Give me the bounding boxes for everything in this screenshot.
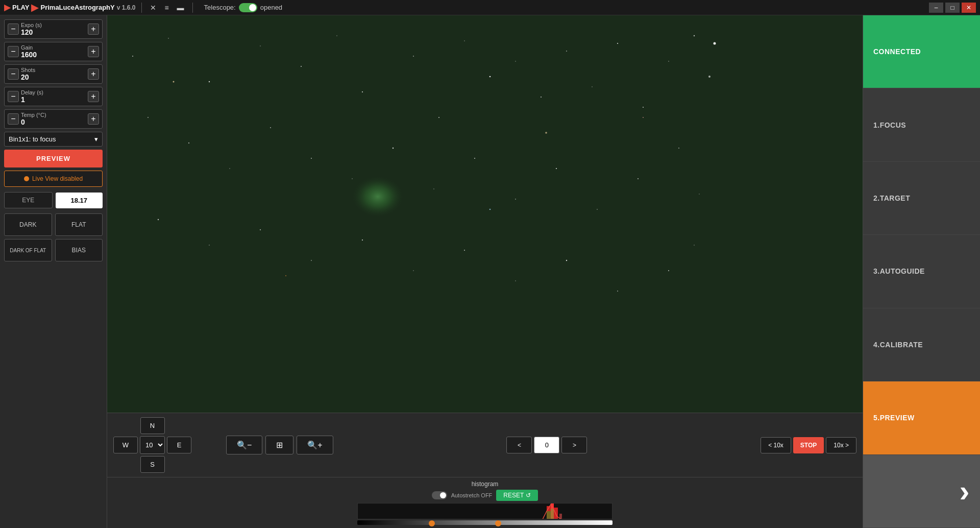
delay-value: 1 — [21, 95, 86, 104]
svg-point-39 — [311, 260, 312, 261]
save-icon[interactable]: ▬ — [175, 3, 186, 13]
preview-button[interactable]: PREVIEW — [4, 150, 103, 167]
nav-top: N — [140, 417, 165, 434]
delay-minus[interactable]: − — [8, 91, 19, 102]
live-view-label: Live View disabled — [32, 175, 83, 182]
dark-button[interactable]: DARK — [4, 213, 52, 236]
autostretch-toggle[interactable] — [432, 491, 447, 499]
separator-1 — [141, 3, 142, 13]
svg-point-34 — [678, 148, 679, 149]
zoom-out-button[interactable]: 🔍+ — [297, 436, 333, 454]
svg-point-48 — [352, 176, 403, 217]
reset-button[interactable]: RESET ↺ — [496, 490, 538, 501]
svg-point-3 — [209, 81, 210, 82]
temp-value: 0 — [21, 118, 86, 126]
temp-plus[interactable]: + — [88, 113, 99, 125]
titlebar: ▶ PLAY ▶ PrimaLuceAstrographY v 1.6.0 ✕ … — [0, 0, 980, 15]
calibrate-button[interactable]: 4.CALIBRATE — [863, 308, 980, 381]
prev-frame-button[interactable]: < — [506, 437, 532, 453]
controls-bar: N W 10 1 5 50 E S 🔍− ⊞ — [107, 413, 863, 477]
gain-plus[interactable]: + — [88, 46, 99, 57]
expo-value: 120 — [21, 28, 86, 36]
target-button[interactable]: 2.TARGET — [863, 162, 980, 235]
west-button[interactable]: W — [113, 437, 138, 453]
telescope-label: Telescope: — [204, 4, 236, 11]
svg-point-42 — [464, 250, 465, 251]
temp-minus[interactable]: − — [8, 113, 19, 125]
arrow-logo: ▶ — [31, 2, 38, 13]
zoom-in-button[interactable]: 🔍− — [226, 436, 262, 454]
svg-point-4 — [260, 45, 261, 46]
north-button[interactable]: N — [140, 417, 165, 434]
histogram-right-handle[interactable] — [495, 520, 501, 526]
sliders-icon[interactable]: ≡ — [162, 3, 170, 13]
shots-minus[interactable]: − — [8, 68, 19, 80]
east-button[interactable]: E — [167, 437, 191, 453]
temp-param: − Temp (°C) 0 + — [4, 109, 103, 129]
expo-label: Expo (s) — [21, 22, 86, 28]
nav-middle: W 10 1 5 50 E — [113, 436, 191, 454]
expo-minus[interactable]: − — [8, 23, 19, 35]
bias-button[interactable]: BIAS — [55, 239, 103, 261]
eye-label: EYE — [4, 192, 53, 208]
eye-row: EYE 18.17 — [4, 192, 103, 208]
svg-point-46 — [668, 270, 669, 271]
connected-button[interactable]: CONNECTED — [863, 15, 980, 88]
svg-point-23 — [229, 168, 230, 169]
live-dot — [24, 176, 29, 181]
zoom-fit-button[interactable]: ⊞ — [265, 436, 293, 454]
prev-10-button[interactable]: < 10x — [761, 437, 791, 453]
histogram-title: histogram — [472, 481, 499, 488]
star-field — [107, 15, 863, 413]
close-button[interactable]: ✕ — [962, 3, 976, 13]
svg-point-19 — [694, 35, 695, 36]
step-select[interactable]: 10 1 5 50 — [140, 436, 165, 454]
delay-plus[interactable]: + — [88, 91, 99, 102]
svg-point-50 — [173, 81, 175, 83]
shots-inner: Shots 20 — [21, 67, 86, 81]
toggle-knob — [249, 4, 256, 11]
histogram-slider[interactable] — [357, 520, 612, 525]
version-label: v 1.6.0 — [117, 4, 136, 11]
svg-point-33 — [638, 178, 639, 179]
telescope-area: Telescope: opened — [204, 3, 283, 12]
arrow-button[interactable]: › — [863, 455, 980, 528]
svg-point-30 — [515, 199, 516, 200]
gain-minus[interactable]: − — [8, 46, 19, 57]
cursor-icon[interactable]: ✕ — [148, 3, 158, 13]
minimize-button[interactable]: – — [929, 3, 943, 13]
frame-input[interactable] — [534, 437, 559, 453]
bin-dropdown[interactable]: Bin1x1: to focus ▾ — [4, 132, 103, 147]
calibration-buttons: DARK FLAT DARK OF FLAT BIAS — [4, 213, 103, 261]
svg-point-31 — [556, 168, 557, 169]
svg-point-14 — [566, 51, 567, 52]
nav-bottom: S — [140, 456, 165, 473]
expo-plus[interactable]: + — [88, 23, 99, 35]
next-frame-button[interactable]: > — [561, 437, 587, 453]
svg-point-1 — [132, 56, 133, 57]
svg-point-11 — [489, 76, 491, 78]
svg-point-32 — [597, 209, 598, 210]
svg-point-18 — [668, 61, 669, 62]
dark-of-flat-button[interactable]: DARK OF FLAT — [4, 239, 52, 261]
maximize-button[interactable]: □ — [945, 3, 960, 13]
temp-inner: Temp (°C) 0 — [21, 112, 86, 126]
autoguide-button[interactable]: 3.AUTOGUIDE — [863, 235, 980, 308]
svg-rect-63 — [558, 519, 578, 519]
svg-point-16 — [617, 43, 618, 44]
histogram-left-handle[interactable] — [429, 520, 435, 526]
live-view-button[interactable]: Live View disabled — [4, 171, 103, 187]
preview-right-button[interactable]: 5.PREVIEW — [863, 381, 980, 454]
shots-param: − Shots 20 + — [4, 64, 103, 84]
svg-point-40 — [362, 239, 363, 241]
right-panel: CONNECTED 1.FOCUS 2.TARGET 3.AUTOGUIDE 4… — [863, 15, 980, 528]
telescope-toggle[interactable] — [239, 3, 257, 12]
focus-button[interactable]: 1.FOCUS — [863, 88, 980, 161]
flat-button[interactable]: FLAT — [55, 213, 103, 236]
south-button[interactable]: S — [140, 456, 165, 473]
svg-point-9 — [438, 117, 439, 118]
next-10-button[interactable]: 10x > — [826, 437, 856, 453]
shots-plus[interactable]: + — [88, 68, 99, 80]
playback-controls: < 10x STOP 10x > — [761, 437, 856, 453]
stop-button[interactable]: STOP — [793, 437, 824, 453]
